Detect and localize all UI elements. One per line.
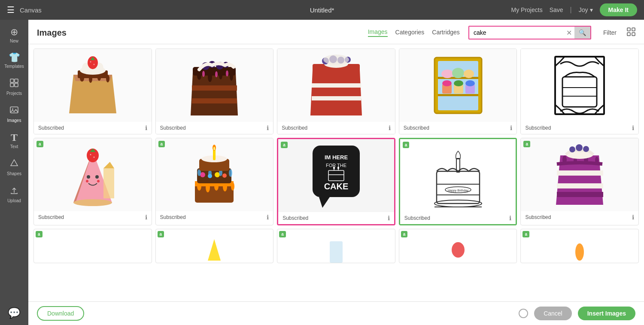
svg-point-47 — [328, 69, 332, 80]
svg-rect-114 — [437, 171, 480, 204]
sidebar-item-templates[interactable]: 👕 Templates — [0, 49, 28, 73]
svg-point-26 — [93, 64, 94, 65]
images-panel: Images Images Categories Cartridges ✕ 🔍 … — [28, 20, 644, 325]
partial-card-3[interactable]: a — [277, 229, 395, 263]
search-box: ✕ 🔍 — [468, 26, 591, 39]
svg-point-130 — [569, 146, 575, 152]
tab-cartridges[interactable]: Cartridges — [432, 29, 460, 36]
image-4 — [399, 49, 517, 122]
svg-rect-2 — [10, 83, 14, 87]
svg-text:IM HERE: IM HERE — [325, 154, 348, 161]
image-3 — [277, 49, 395, 122]
partial-card-2[interactable]: a — [155, 229, 274, 263]
image-card-9[interactable]: a — [399, 138, 517, 225]
image-5 — [521, 49, 638, 122]
image-card-footer-4: Subscribed ℹ — [399, 122, 517, 134]
sidebar-item-upload[interactable]: Upload — [0, 181, 28, 207]
separator: | — [570, 6, 572, 14]
insert-images-button[interactable]: Insert Images — [578, 307, 635, 320]
cancel-button[interactable]: Cancel — [534, 307, 572, 320]
image-card-2[interactable]: Subscribed ℹ — [155, 49, 274, 134]
main-layout: ⊕ New 👕 Templates Projects Images T Text — [0, 20, 644, 325]
partial-card-5[interactable]: a — [520, 229, 639, 263]
image-card-footer-6: Subscribed ℹ — [34, 211, 152, 223]
info-icon-4[interactable]: ℹ — [510, 125, 512, 131]
svg-rect-29 — [192, 98, 237, 103]
svg-point-68 — [465, 80, 475, 86]
image-card-3[interactable]: Subscribed ℹ — [277, 49, 395, 134]
subscribed-label-4: Subscribed — [404, 125, 429, 131]
svg-point-76 — [90, 154, 91, 155]
svg-point-77 — [93, 157, 94, 158]
info-icon-3[interactable]: ℹ — [389, 125, 391, 131]
sidebar-item-text[interactable]: T Text — [0, 128, 28, 153]
info-icon-8[interactable]: ℹ — [388, 215, 390, 222]
svg-point-64 — [442, 80, 452, 86]
make-it-button[interactable]: Make It — [600, 3, 637, 16]
svg-point-66 — [454, 80, 463, 86]
svg-rect-11 — [627, 33, 630, 36]
image-card-1[interactable]: Subscribed ℹ — [33, 49, 152, 134]
svg-point-132 — [583, 146, 589, 152]
svg-rect-70 — [562, 77, 597, 107]
partial-card-1[interactable]: a — [33, 229, 152, 263]
svg-rect-28 — [192, 85, 237, 91]
text-icon: T — [11, 132, 18, 143]
image-card-footer-3: Subscribed ℹ — [277, 122, 395, 134]
info-icon-1[interactable]: ℹ — [145, 125, 147, 131]
nav-tabs: Images Categories Cartridges — [368, 28, 460, 37]
svg-rect-10 — [632, 28, 635, 31]
image-6: a — [34, 138, 152, 211]
grid-view-button[interactable] — [627, 27, 635, 38]
image-card-8[interactable]: a IM HERE FOR THE — [277, 138, 395, 225]
info-icon-9[interactable]: ℹ — [509, 215, 511, 222]
search-clear-button[interactable]: ✕ — [564, 29, 574, 37]
svg-point-79 — [97, 180, 100, 182]
download-button[interactable]: Download — [37, 306, 84, 321]
svg-point-34 — [230, 72, 233, 81]
partial-row: a a a — [33, 229, 639, 263]
partial-card-4[interactable]: a — [399, 229, 517, 263]
svg-point-112 — [337, 167, 339, 169]
svg-rect-44 — [312, 96, 361, 100]
save-link[interactable]: Save — [550, 6, 563, 13]
sidebar-item-shapes[interactable]: Shapes — [0, 154, 28, 180]
cricut-badge-9: a — [403, 142, 410, 148]
radio-circle[interactable] — [519, 309, 528, 318]
menu-icon[interactable]: ☰ — [7, 5, 15, 15]
info-icon-10[interactable]: ℹ — [632, 214, 634, 221]
subscribed-label-5: Subscribed — [525, 125, 551, 131]
image-card-4[interactable]: Subscribed ℹ — [399, 49, 517, 134]
svg-rect-9 — [627, 28, 630, 31]
info-icon-5[interactable]: ℹ — [632, 125, 634, 131]
sidebar-item-projects[interactable]: Projects — [0, 74, 28, 100]
info-icon-2[interactable]: ℹ — [267, 125, 269, 131]
svg-point-62 — [464, 70, 474, 78]
info-icon-7[interactable]: ℹ — [267, 214, 269, 221]
subscribed-label-8: Subscribed — [283, 215, 308, 221]
svg-point-16 — [80, 75, 84, 82]
search-button[interactable]: 🔍 — [574, 27, 590, 39]
svg-rect-133 — [330, 241, 343, 263]
my-projects-link[interactable]: My Projects — [511, 6, 543, 13]
image-grid-container[interactable]: Subscribed ℹ — [28, 44, 644, 301]
tab-images[interactable]: Images — [368, 28, 388, 37]
image-card-5[interactable]: Subscribed ℹ — [520, 49, 639, 134]
image-card-footer-8: Subscribed ℹ — [278, 212, 394, 224]
tab-categories[interactable]: Categories — [395, 29, 425, 36]
image-card-6[interactable]: a — [33, 138, 152, 225]
filter-button[interactable]: Filter — [603, 29, 617, 36]
svg-point-18 — [97, 75, 101, 81]
svg-point-80 — [87, 175, 90, 179]
image-card-7[interactable]: a — [155, 138, 274, 225]
chat-icon[interactable]: 💬 — [8, 307, 21, 319]
sidebar-item-new[interactable]: ⊕ New — [0, 23, 28, 48]
info-icon-6[interactable]: ℹ — [145, 214, 147, 221]
search-input[interactable] — [469, 27, 564, 38]
image-9: a — [400, 139, 516, 212]
image-card-10[interactable]: a — [520, 138, 639, 225]
svg-rect-1 — [15, 79, 18, 82]
svg-marker-104 — [319, 197, 330, 208]
sidebar-item-images[interactable]: Images — [0, 101, 28, 127]
user-menu[interactable]: Joy ▾ — [579, 6, 593, 13]
